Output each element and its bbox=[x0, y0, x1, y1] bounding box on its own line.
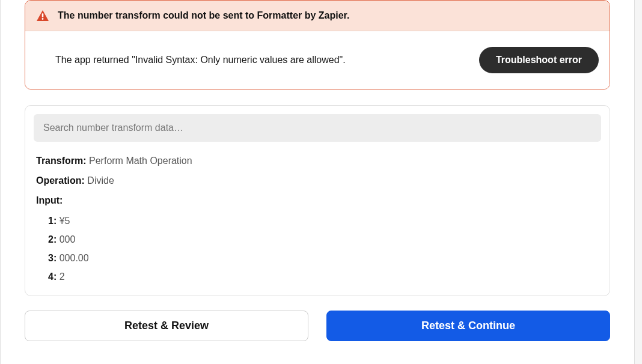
input-value: 000.00 bbox=[60, 253, 89, 263]
details-block: Transform: Perform Math Operation Operat… bbox=[34, 153, 601, 285]
input-key: 1: bbox=[48, 216, 57, 226]
transform-row: Transform: Perform Math Operation bbox=[36, 153, 599, 169]
alert-triangle-icon bbox=[36, 9, 49, 22]
transform-value: Perform Math Operation bbox=[89, 156, 192, 166]
svg-point-1 bbox=[42, 18, 44, 20]
svg-rect-0 bbox=[42, 13, 44, 17]
input-key: 2: bbox=[48, 234, 57, 244]
retest-continue-button[interactable]: Retest & Continue bbox=[326, 311, 610, 341]
input-key: 4: bbox=[48, 271, 57, 282]
transform-label: Transform: bbox=[36, 156, 87, 166]
input-value: 000 bbox=[60, 234, 76, 244]
error-body: The app returned "Invalid Syntax: Only n… bbox=[25, 31, 610, 89]
main-panel: The number transform could not be sent t… bbox=[0, 0, 635, 364]
input-value: 2 bbox=[60, 271, 65, 282]
input-items: 1: ¥5 2: 000 3: 000.00 4: 2 bbox=[36, 213, 599, 285]
operation-label: Operation: bbox=[36, 175, 85, 186]
data-panel: Transform: Perform Math Operation Operat… bbox=[25, 105, 610, 296]
error-header: The number transform could not be sent t… bbox=[25, 1, 610, 31]
error-message: The app returned "Invalid Syntax: Only n… bbox=[55, 55, 346, 65]
retest-review-button[interactable]: Retest & Review bbox=[25, 311, 308, 341]
list-item: 2: 000 bbox=[48, 231, 599, 247]
error-title: The number transform could not be sent t… bbox=[58, 10, 349, 21]
input-row: Input: bbox=[36, 192, 599, 208]
list-item: 3: 000.00 bbox=[48, 250, 599, 266]
troubleshoot-button[interactable]: Troubleshoot error bbox=[479, 47, 599, 73]
search-input[interactable] bbox=[34, 114, 601, 142]
list-item: 4: 2 bbox=[48, 268, 599, 285]
error-box: The number transform could not be sent t… bbox=[25, 0, 610, 89]
list-item: 1: ¥5 bbox=[48, 213, 599, 229]
operation-value: Divide bbox=[87, 175, 114, 186]
input-value: ¥5 bbox=[60, 216, 70, 226]
input-label: Input: bbox=[36, 195, 63, 205]
button-row: Retest & Review Retest & Continue bbox=[25, 311, 610, 341]
input-key: 3: bbox=[48, 253, 57, 263]
operation-row: Operation: Divide bbox=[36, 172, 599, 189]
